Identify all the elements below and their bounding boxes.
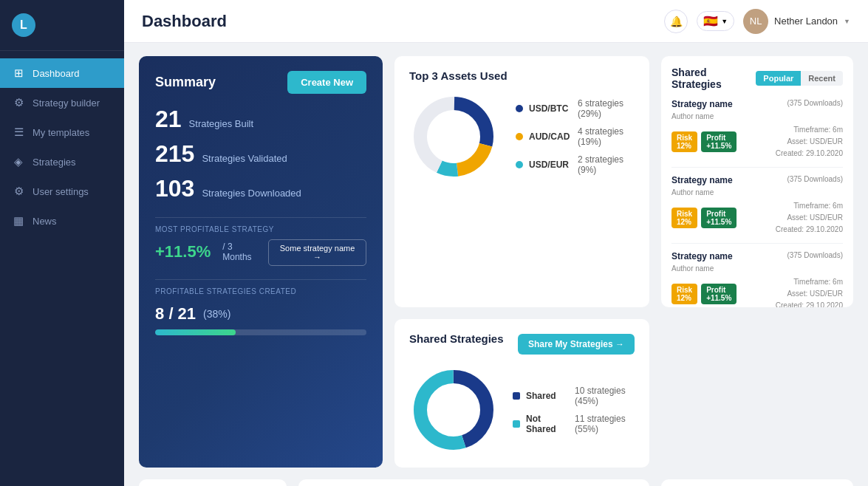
user-menu[interactable]: NL Nether Landon ▼ [743, 9, 850, 34]
list-item: Strategy name (375 Downloads) Author nam… [671, 99, 843, 168]
risk-badge: Risk12% [671, 131, 697, 152]
sidebar-item-strategies[interactable]: ◈ Strategies [0, 147, 124, 177]
strategy-badges: Risk12% Profit+11.5% [671, 284, 737, 304]
my-strategies-card: My Strategies Sort by: Recent First ▼ Al… [298, 479, 649, 486]
user-chevron-icon: ▼ [844, 18, 850, 25]
legend-label: USD/EUR [529, 160, 572, 170]
assets-legend: USD/BTC 6 strategies (29%) AUD/CAD 4 str… [516, 98, 635, 175]
legend-item-audcad: AUD/CAD 4 strategies (19%) [516, 126, 635, 147]
most-profitable-period: / 3 Months [222, 242, 261, 262]
summary-title: Summary [155, 75, 216, 90]
sidebar-item-strategy-builder[interactable]: ⚙ Strategy builder [0, 88, 124, 117]
header-right: 🔔 🇪🇸 ▼ NL Nether Landon ▼ [664, 9, 850, 34]
main-area: Dashboard 🔔 🇪🇸 ▼ NL Nether Landon ▼ Summ… [124, 0, 868, 486]
risk-badge: Risk12% [671, 284, 697, 304]
profitable-nums: 8 / 21 [155, 304, 196, 324]
news-panel: News USDCAD trades below 100 day MA but … [661, 479, 853, 486]
strategy-name: Strategy name [671, 251, 733, 261]
last-strategy-card: My Last Strategy → Strategy name 30 Oct … [139, 479, 287, 486]
sidebar-item-my-templates[interactable]: ☰ My templates [0, 117, 124, 147]
sidebar-item-label: News [33, 216, 57, 227]
username: Nether Landon [774, 16, 838, 27]
legend-count: 11 strategies (55%) [575, 414, 635, 434]
language-selector[interactable]: 🇪🇸 ▼ [697, 11, 734, 31]
legend-label: AUD/CAD [529, 131, 572, 142]
assets-donut-chart [409, 92, 498, 181]
middle-column: Top 3 Assets Used [394, 56, 649, 468]
strategy-meta: Timeframe: 6m Asset: USD/EUR Created: 29… [776, 200, 843, 236]
shared-header: Shared Strategies Share My Strategies → [409, 332, 635, 355]
sidebar-item-news[interactable]: ▦ News [0, 206, 124, 236]
legend-item-not-shared: Not Shared 11 strategies (55%) [513, 414, 635, 434]
list-item: Strategy name (375 Downloads) Author nam… [671, 251, 843, 307]
tab-group: Popular Recent [756, 71, 843, 86]
stat-downloaded-num: 103 [155, 175, 194, 202]
list-item: Strategy name (375 Downloads) Author nam… [671, 175, 843, 244]
top-row: Summary Create New 21 Strategies Built 2… [139, 56, 853, 468]
legend-item-usdbTC: USD/BTC 6 strategies (29%) [516, 98, 635, 119]
tab-popular[interactable]: Popular [756, 71, 801, 86]
dashboard-icon: ⊞ [12, 66, 25, 80]
strategy-author: Author name [671, 188, 843, 196]
risk-badge: Risk12% [671, 208, 697, 228]
legend-count: 4 strategies (19%) [578, 126, 635, 147]
shared-donut-chart [409, 366, 498, 454]
legend-square [513, 392, 520, 400]
strategy-downloads: (375 Downloads) [787, 251, 843, 259]
right-panel-header: Shared Strategies Popular Recent [671, 66, 843, 90]
settings-icon: ⚙ [12, 185, 25, 198]
create-new-button[interactable]: Create New [287, 71, 366, 94]
stat-validated-label: Strategies Validated [202, 153, 287, 164]
summary-header: Summary Create New [155, 71, 366, 94]
strategy-link-button[interactable]: Some strategy name → [268, 239, 366, 266]
shared-legend: Shared 10 strategies (45%) Not Shared 11… [513, 386, 635, 434]
stat-built-label: Strategies Built [189, 118, 253, 129]
share-my-strategies-button[interactable]: Share My Strategies → [518, 334, 635, 355]
news-icon: ▦ [12, 214, 25, 227]
legend-label: Not Shared [526, 414, 569, 434]
stat-validated: 215 Strategies Validated [155, 140, 366, 168]
profit-badge: Profit+11.5% [701, 284, 737, 304]
strategy-builder-icon: ⚙ [12, 96, 25, 109]
strategy-downloads: (375 Downloads) [787, 175, 843, 183]
sidebar-nav: ⊞ Dashboard ⚙ Strategy builder ☰ My temp… [0, 51, 124, 486]
sidebar-item-dashboard[interactable]: ⊞ Dashboard [0, 58, 124, 88]
progress-bar [155, 329, 366, 335]
stat-built-num: 21 [155, 106, 182, 133]
most-profitable-value: +11.5% [155, 242, 211, 261]
stat-downloaded-label: Strategies Downloaded [202, 188, 301, 199]
chevron-down-icon: ▼ [721, 18, 728, 25]
legend-item-shared: Shared 10 strategies (45%) [513, 386, 635, 406]
header: Dashboard 🔔 🇪🇸 ▼ NL Nether Landon ▼ [124, 0, 868, 43]
summary-card: Summary Create New 21 Strategies Built 2… [139, 56, 383, 468]
assets-content: USD/BTC 6 strategies (29%) AUD/CAD 4 str… [409, 92, 635, 181]
strategy-author: Author name [671, 112, 843, 120]
sidebar-item-label: Strategies [33, 157, 76, 168]
shared-strategies-card: Shared Strategies Share My Strategies → [394, 319, 649, 468]
legend-count: 6 strategies (29%) [578, 98, 635, 119]
strategy-badges: Risk12% Profit+11.5% [671, 131, 737, 152]
content: Summary Create New 21 Strategies Built 2… [124, 43, 868, 486]
flag-icon: 🇪🇸 [703, 14, 718, 28]
legend-dot [516, 133, 523, 140]
legend-count: 2 strategies (9%) [578, 154, 635, 175]
strategy-downloads: (375 Downloads) [787, 99, 843, 107]
legend-dot [516, 105, 523, 112]
sidebar-item-label: User settings [33, 186, 89, 197]
stat-validated-num: 215 [155, 140, 194, 168]
notification-bell[interactable]: 🔔 [664, 10, 688, 33]
logo-icon: L [12, 13, 35, 37]
sidebar-logo: L [0, 0, 124, 51]
page-title: Dashboard [142, 12, 227, 31]
sidebar-item-user-settings[interactable]: ⚙ User settings [0, 177, 124, 206]
legend-label: USD/BTC [529, 103, 572, 114]
sidebar: L ⊞ Dashboard ⚙ Strategy builder ☰ My te… [0, 0, 124, 486]
shared-title: Shared Strategies [409, 332, 504, 345]
avatar: NL [743, 9, 768, 34]
tab-recent[interactable]: Recent [801, 71, 843, 86]
legend-dot [516, 161, 523, 168]
progress-bar-fill [155, 329, 236, 335]
strategy-meta: Timeframe: 6m Asset: USD/EUR Created: 29… [776, 124, 843, 160]
sidebar-item-label: Dashboard [33, 68, 80, 79]
strategy-badges: Risk12% Profit+11.5% [671, 208, 737, 228]
